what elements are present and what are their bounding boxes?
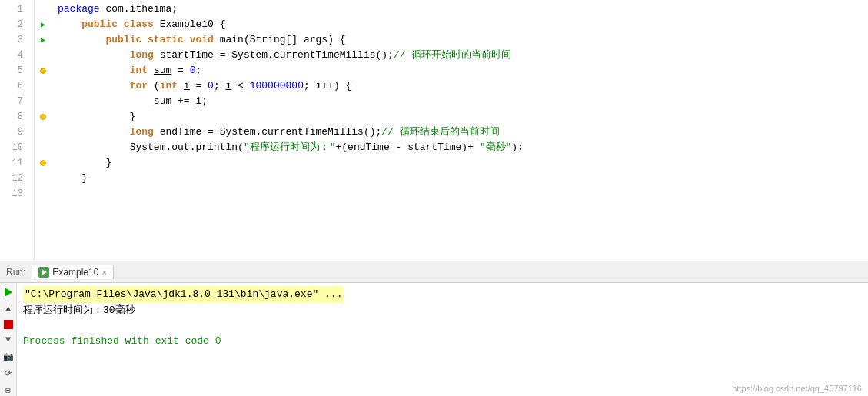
run-label: Run: xyxy=(6,267,25,278)
camera-button[interactable]: 📷 xyxy=(2,350,15,362)
extra-button[interactable]: ⊞ xyxy=(2,384,15,396)
code-editor: 1 2 3 4 5 6 7 8 9 10 11 12 13 ▶ ▶ xyxy=(0,0,868,261)
code-line-10: System.out.println("程序运行时间为："+(endTime -… xyxy=(58,140,868,155)
rerun-button[interactable]: ⟳ xyxy=(2,367,15,379)
output-line-2: 程序运行时间为：30毫秒 xyxy=(23,303,862,318)
code-content[interactable]: package com.itheima; public class Exampl… xyxy=(52,0,868,261)
output-exit-code: Process finished with exit code 0 xyxy=(23,334,862,349)
code-line-2: public class Example10 { xyxy=(58,17,868,32)
breakpoint-line5[interactable] xyxy=(40,68,46,74)
run-output: "C:\Program Files\Java\jdk1.8.0_131\bin\… xyxy=(17,283,868,396)
code-line-13 xyxy=(58,186,868,201)
line-numbers: 1 2 3 4 5 6 7 8 9 10 11 12 13 xyxy=(0,0,35,261)
breakpoint-line8[interactable] xyxy=(40,114,46,120)
watermark: https://blog.csdn.net/qq_45797116 xyxy=(732,384,862,393)
run-sidebar: ▲ ▼ 📷 ⟳ ⊞ xyxy=(0,283,17,396)
run-tab-close[interactable]: × xyxy=(101,268,106,277)
editor-gutter: ▶ ▶ xyxy=(35,0,52,261)
code-line-9: long endTime = System.currentTimeMillis(… xyxy=(58,125,868,140)
scroll-down-button[interactable]: ▼ xyxy=(2,334,15,346)
run-panel: Run: Example10 × ▲ ▼ 📷 ⟳ ⊞ "C:\ xyxy=(0,261,868,396)
code-line-11: } xyxy=(58,155,868,171)
breakpoint-line11[interactable] xyxy=(40,160,46,166)
run-tab-icon xyxy=(38,267,49,278)
run-tab-example10[interactable]: Example10 × xyxy=(32,265,113,279)
output-line-1: "C:\Program Files\Java\jdk1.8.0_131\bin\… xyxy=(23,286,862,303)
code-line-12: } xyxy=(58,171,868,186)
scroll-up-button[interactable]: ▲ xyxy=(2,303,15,315)
output-line-3 xyxy=(23,318,862,334)
run-tab-name: Example10 xyxy=(52,267,98,278)
code-line-5: int sum = 0; xyxy=(58,63,868,78)
code-line-6: for (int i = 0; i < 100000000; i++) { xyxy=(58,78,868,94)
code-line-1: package com.itheima; xyxy=(58,2,868,17)
output-command: "C:\Program Files\Java\jdk1.8.0_131\bin\… xyxy=(23,286,344,303)
code-line-7: sum += i; xyxy=(58,94,868,109)
run-body: ▲ ▼ 📷 ⟳ ⊞ "C:\Program Files\Java\jdk1.8.… xyxy=(0,283,868,396)
run-header: Run: Example10 × xyxy=(0,261,868,283)
stop-button[interactable] xyxy=(4,320,13,329)
run-arrow-line3[interactable]: ▶ xyxy=(41,35,45,45)
code-line-3: public static void main(String[] args) { xyxy=(58,32,868,48)
code-line-8: } xyxy=(58,109,868,125)
run-arrow-line2[interactable]: ▶ xyxy=(41,20,45,29)
play-button[interactable] xyxy=(2,286,15,298)
code-line-4: long startTime = System.currentTimeMilli… xyxy=(58,48,868,63)
